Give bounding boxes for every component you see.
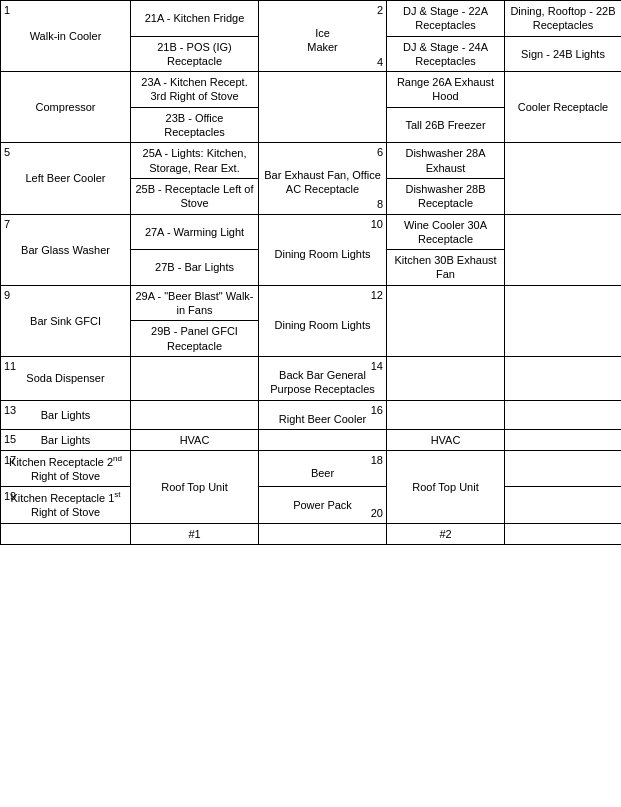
dining-room-lights-12-cell: 12 Dining Room Lights (259, 285, 387, 356)
cell-29a-label: 29A - "Beer Blast" Walk-in Fans (135, 290, 253, 316)
tall-26b-cell: Tall 26B Freezer (387, 107, 505, 143)
num-4: 4 (377, 55, 383, 69)
roof-top-unit-center-cell: Roof Top Unit (131, 451, 259, 524)
dishwasher-28a-label: Dishwasher 28A Exhaust (405, 147, 485, 173)
cell-27b-label: 27B - Bar Lights (155, 261, 234, 273)
dj-stage-22a-cell: DJ & Stage - 22A Receptacles (387, 1, 505, 37)
cell-25a-label: 25A - Lights: Kitchen, Storage, Rear Ext… (143, 147, 247, 173)
cell-23a-label: 23A - Kitchen Recept. 3rd Right of Stove (141, 76, 247, 102)
empty-cell-r7a (259, 429, 387, 450)
range-26a-label: Range 26A Exhaust Hood (397, 76, 494, 102)
num-6: 6 (377, 145, 383, 159)
hvac-right-label: HVAC (431, 434, 461, 446)
kitchen-30b-label: Kitchen 30B Exhaust Fan (394, 254, 496, 280)
hvac-right-cell: HVAC (387, 429, 505, 450)
cell-21b: 21B - POS (IG) Receptacle (131, 36, 259, 72)
bar-sink-gfci-label: Bar Sink GFCI (30, 315, 101, 327)
empty-cell-r5b (387, 356, 505, 400)
beer-18-text: Beer (263, 458, 382, 480)
bar-lights-13-cell: 13 Bar Lights (1, 400, 131, 429)
num-13: 13 (4, 403, 16, 417)
cooler-receptacle-label: Cooler Receptacle (518, 101, 609, 113)
num-7: 7 (4, 217, 10, 231)
dining-room-lights-10-text: Dining Room Lights (263, 239, 382, 261)
soda-dispenser-cell: 11 Soda Dispenser (1, 356, 131, 400)
num-8: 8 (377, 197, 383, 211)
num-17: 17 (4, 453, 16, 467)
cell-29a: 29A - "Beer Blast" Walk-in Fans (131, 285, 259, 321)
bar-lights-15-cell: 15 Bar Lights (1, 429, 131, 450)
cell-27b: 27B - Bar Lights (131, 250, 259, 286)
bar-exhaust-text: Bar Exhaust Fan, Office AC Receptacle (263, 160, 382, 197)
empty-cell-r6c (505, 400, 622, 429)
kitchen-receptacle-2nd-cell: 17 Kitchen Receptacle 2nd Right of Stove (1, 451, 131, 487)
ice-maker-text: IceMaker (263, 18, 382, 55)
left-beer-cooler-cell: 5 Left Beer Cooler (1, 143, 131, 214)
empty-cell-r4a (387, 285, 505, 356)
empty-cell-r9 (505, 487, 622, 523)
right-beer-cooler-text: Right Beer Cooler (263, 404, 382, 426)
empty-cell-r3 (505, 214, 622, 285)
empty-cell-r6b (387, 400, 505, 429)
compressor-cell: Compressor (1, 72, 131, 143)
hash-2-label: #2 (439, 528, 451, 540)
wine-cooler-30a-label: Wine Cooler 30A Receptacle (404, 219, 487, 245)
cell-23a: 23A - Kitchen Recept. 3rd Right of Stove (131, 72, 259, 108)
cell-21a-label: 21A - Kitchen Fridge (145, 12, 245, 24)
compressor-label: Compressor (36, 101, 96, 113)
num-10: 10 (371, 217, 383, 231)
cell-25a: 25A - Lights: Kitchen, Storage, Rear Ext… (131, 143, 259, 179)
dj-stage-24a-cell: DJ & Stage - 24A Receptacles (387, 36, 505, 72)
cell-29b-label: 29B - Panel GFCI Receptacle (151, 325, 238, 351)
power-pack-cell: Power Pack 20 (259, 487, 387, 523)
left-beer-cooler-label: Left Beer Cooler (25, 172, 105, 184)
sign-24b-label: Sign - 24B Lights (521, 48, 605, 60)
empty-last-col3 (259, 523, 387, 544)
dining-rooftop-22b-label: Dining, Rooftop - 22B Receptacles (510, 5, 615, 31)
roof-top-unit-center-label: Roof Top Unit (161, 481, 227, 493)
kitchen-receptacle-2nd-label: Kitchen Receptacle 2nd Right of Stove (9, 456, 122, 482)
dj-stage-24a-label: DJ & Stage - 24A Receptacles (403, 41, 488, 67)
num-19: 19 (4, 489, 16, 503)
soda-dispenser-label: Soda Dispenser (26, 372, 104, 384)
dining-room-lights-12-text: Dining Room Lights (263, 310, 382, 332)
cell-25b: 25B - Receptacle Left of Stove (131, 178, 259, 214)
cell-23b: 23B - Office Receptacles (131, 107, 259, 143)
kitchen-30b-cell: Kitchen 30B Exhaust Fan (387, 250, 505, 286)
roof-top-unit-right-label: Roof Top Unit (412, 481, 478, 493)
bar-exhaust-cell: 6 Bar Exhaust Fan, Office AC Receptacle … (259, 143, 387, 214)
wine-cooler-30a-cell: Wine Cooler 30A Receptacle (387, 214, 505, 250)
hash-2-cell: #2 (387, 523, 505, 544)
cell-25b-label: 25B - Receptacle Left of Stove (135, 183, 253, 209)
bar-lights-15-label: Bar Lights (41, 434, 91, 446)
num-12: 12 (371, 288, 383, 302)
cell-27a-label: 27A - Warming Light (145, 226, 244, 238)
walk-in-cooler-label: Walk-in Cooler (30, 30, 102, 42)
cell-27a: 27A - Warming Light (131, 214, 259, 250)
bar-glass-washer-cell: 7 Bar Glass Washer (1, 214, 131, 285)
dishwasher-28b-cell: Dishwasher 28B Receptacle (387, 178, 505, 214)
empty-cell-r5a (131, 356, 259, 400)
walk-in-cooler-cell: 1 Walk-in Cooler (1, 1, 131, 72)
num-15: 15 (4, 432, 16, 446)
num-20: 20 (371, 506, 383, 520)
panel-table: 1 Walk-in Cooler 21A - Kitchen Fridge 2 … (0, 0, 621, 545)
right-beer-cooler-cell: 16 Right Beer Cooler (259, 400, 387, 429)
dining-room-lights-10-cell: 10 Dining Room Lights (259, 214, 387, 285)
ice-maker-cell: 2 IceMaker 4 (259, 1, 387, 72)
num-5: 5 (4, 145, 10, 159)
back-bar-14-cell: 14 Back Bar General Purpose Receptacles (259, 356, 387, 400)
hvac-center-label: HVAC (180, 434, 210, 446)
cell-23b-label: 23B - Office Receptacles (164, 112, 225, 138)
empty-cell-r2 (505, 143, 622, 214)
num-16: 16 (371, 403, 383, 417)
bar-sink-gfci-cell: 9 Bar Sink GFCI (1, 285, 131, 356)
range-26a-cell: Range 26A Exhaust Hood (387, 72, 505, 108)
hash-1-label: #1 (188, 528, 200, 540)
roof-top-unit-right-cell: Roof Top Unit (387, 451, 505, 524)
num-9: 9 (4, 288, 10, 302)
dining-rooftop-22b-cell: Dining, Rooftop - 22B Receptacles (505, 1, 622, 37)
kitchen-receptacle-1st-cell: 19 Kitchen Receptacle 1st Right of Stove (1, 487, 131, 523)
cooler-receptacle-cell: Cooler Receptacle (505, 72, 622, 143)
empty-cell-r4b (505, 285, 622, 356)
